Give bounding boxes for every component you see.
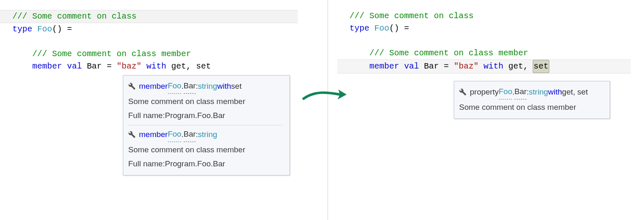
comment-token: /// Some comment on class [350, 11, 474, 21]
tooltip-description: Some comment on class member [459, 100, 603, 114]
fullname-value: Program.Foo.Bar [165, 109, 225, 123]
signature-accessor: set [231, 79, 242, 93]
code-panel-left: /// Some comment on class type Foo() = /… [12, 0, 298, 73]
code-line[interactable]: type Foo() = [350, 22, 631, 35]
code-line[interactable]: /// Some comment on class member [350, 47, 631, 59]
code-text: () = [52, 24, 72, 34]
transition-arrow-icon [302, 85, 347, 104]
tooltip-description: Some comment on class member [128, 143, 283, 157]
keyword-type: type [350, 24, 374, 33]
comment-token: /// Some comment on class member [12, 49, 191, 59]
tooltip-separator [128, 125, 283, 125]
tooltip-fullname: Full name: Program.Foo.Bar [128, 109, 283, 123]
signature-return-type: string [198, 79, 217, 93]
signature-type: Foo [168, 127, 182, 142]
signature-member: Bar [515, 85, 527, 99]
keyword-type: type [12, 24, 37, 34]
type-name: Foo [374, 24, 389, 33]
accessor-text: get, set [171, 62, 211, 71]
keyword-member: member [12, 62, 67, 71]
identifier: Bar = [87, 62, 117, 71]
signature-keyword: property [470, 85, 499, 99]
fullname-label: Full name: [128, 157, 165, 171]
tooltip-fullname: Full name: Program.Foo.Bar [128, 157, 283, 171]
quick-info-tooltip: property Foo.Bar: string with get, set S… [454, 81, 610, 119]
code-line[interactable]: /// Some comment on class [350, 10, 631, 22]
signature-with: with [548, 85, 562, 99]
fullname-value: Program.Foo.Bar [165, 157, 225, 171]
property-icon [128, 131, 136, 138]
code-text: () = [389, 24, 409, 33]
accessor-get: get, [508, 62, 533, 71]
code-line-blank[interactable] [12, 35, 298, 48]
comment-token: /// Some comment on class member [350, 48, 528, 58]
comment-token: /// Some comment on class [12, 12, 136, 21]
keyword-with: with [479, 62, 508, 71]
identifier: Bar = [424, 62, 454, 71]
signature-keyword: member [139, 79, 168, 93]
keyword-with: with [141, 62, 171, 71]
string-token: "baz" [454, 62, 479, 71]
signature-return-type: string [198, 128, 217, 142]
signature-member: Bar [184, 79, 196, 94]
keyword-val: val [404, 62, 424, 71]
signature-with: with [217, 79, 231, 93]
quick-info-tooltip: member Foo.Bar: string with set Some com… [123, 75, 290, 175]
code-block[interactable]: /// Some comment on class type Foo() = /… [350, 0, 631, 73]
signature-accessor: get, set [562, 85, 588, 99]
signature-keyword: member [139, 128, 168, 142]
keyword-val: val [67, 62, 87, 71]
signature-member: Bar [184, 127, 196, 142]
code-line-blank[interactable] [350, 35, 631, 47]
vertical-divider [328, 0, 328, 220]
signature-type: Foo [168, 79, 182, 94]
property-icon [128, 83, 136, 90]
code-line[interactable]: type Foo() = [12, 23, 298, 35]
fullname-label: Full name: [128, 109, 165, 123]
tooltip-description: Some comment on class member [128, 95, 283, 109]
string-token: "baz" [117, 62, 141, 71]
tooltip-signature: member Foo.Bar: string with set [128, 79, 283, 94]
tooltip-signature: member Foo.Bar: string [128, 127, 283, 142]
code-line[interactable]: member val Bar = "baz" with get, set [337, 59, 631, 73]
code-block[interactable]: /// Some comment on class type Foo() = /… [12, 0, 298, 73]
signature-return-type: string [529, 85, 548, 99]
code-panel-right: /// Some comment on class type Foo() = /… [350, 0, 631, 73]
property-icon [459, 88, 467, 96]
code-line[interactable]: /// Some comment on class [0, 10, 298, 23]
type-name: Foo [37, 24, 52, 34]
signature-type: Foo [499, 85, 512, 99]
code-line[interactable]: member val Bar = "baz" with get, set [12, 60, 298, 73]
code-line[interactable]: /// Some comment on class member [12, 48, 298, 60]
cursor-highlight: set [533, 60, 549, 73]
tooltip-signature: property Foo.Bar: string with get, set [459, 85, 603, 99]
keyword-member: member [350, 62, 404, 71]
